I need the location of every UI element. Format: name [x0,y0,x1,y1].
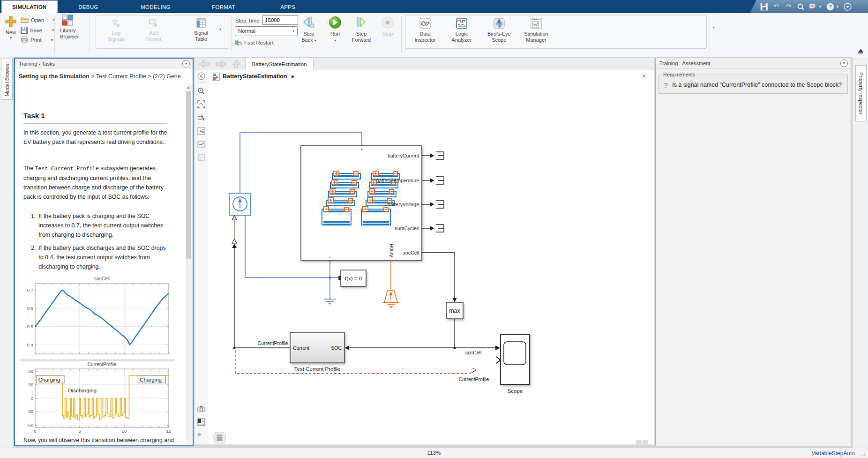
signal-table-icon [196,18,206,28]
data-inspector-button[interactable]: DataInspector [412,18,439,43]
save-caret[interactable]: ▾ [52,28,54,32]
tab-simulation[interactable]: SIMULATION [1,0,58,14]
outport-numcycles[interactable] [422,225,444,232]
svg-text:socCell: socCell [94,276,110,281]
step-forward-button[interactable]: StepForward [350,16,373,43]
soccell-wire[interactable] [349,253,495,348]
tasks-panel-header[interactable]: Training - Tasks ▼ [15,59,193,69]
status-bar: 113% VariableStepAuto [0,448,868,458]
currentprofile-signal-label[interactable]: CurrentProfile [258,340,288,346]
svg-text:Discharging: Discharging [68,388,97,393]
ambient-temperature-source[interactable] [382,260,399,308]
search-icon[interactable] [797,3,805,11]
outport-batterytemperature[interactable] [422,177,444,184]
undo-icon[interactable] [772,3,780,11]
scroll-up-icon[interactable]: ▲ [187,85,190,90]
requirements-legend: Requirements [662,72,696,77]
document-tab-bar: BatteryStateEstimation [195,58,654,71]
breadcrumb-dropdown-caret[interactable]: ▾ [643,74,645,78]
save-icon[interactable] [760,3,768,11]
dock-expand-icon[interactable] [858,49,864,54]
assessment-panel-header[interactable]: Training - Assessment ▼ [656,58,851,69]
open-button[interactable]: Open▾ [21,17,55,23]
data-inspector-icon [419,18,431,29]
log-signals-button[interactable]: LogSignals [104,18,128,42]
outport-batteryvoltage[interactable] [422,201,444,208]
breadcrumb-model-name[interactable]: BatteryStateEstimation [223,73,287,80]
signal-routing-icon[interactable] [197,114,205,122]
signal-table-button[interactable]: SignalTable [189,18,213,42]
sim-mode-select[interactable]: Normal▾ [235,26,298,36]
fast-restart-toggle[interactable]: Fast Restart [235,39,274,45]
save-button[interactable]: Save▾ [21,27,54,34]
birdseye-scope-button[interactable]: Bird's-EyeScope [485,18,514,43]
prepare-gallery-caret[interactable]: ▾ [219,27,221,31]
zoom-in-icon[interactable] [197,87,205,95]
back-arrow-icon[interactable] [198,60,210,68]
tab-modeling[interactable]: MODELING [130,1,181,13]
tab-apps[interactable]: APPS [270,1,306,13]
screenshot-icon[interactable] [809,3,817,11]
hide-explorer-icon[interactable] [197,72,205,80]
step-back-icon [302,16,316,29]
library-browser-button[interactable]: LibraryBrowser [60,15,75,40]
forward-arrow-icon[interactable] [215,60,227,68]
fit-to-view-icon[interactable] [197,100,205,108]
help-caret[interactable]: ▼ [836,5,839,9]
doc-tab-batterystateestimation[interactable]: BatteryStateEstimation [245,58,314,71]
outport-batterycurrent[interactable] [422,152,444,159]
new-button[interactable]: New ▾ [4,15,18,40]
up-arrow-icon[interactable] [232,60,240,68]
print-button[interactable]: Print▾ [21,37,53,43]
annotation-icon[interactable]: A [197,127,205,135]
screenshot-camera-icon[interactable] [197,405,205,413]
property-inspector-tab[interactable]: Property Inspector [855,65,867,121]
tasks-breadcrumb[interactable]: Setting up the Simulation > Test Current… [15,69,193,84]
resize-grip[interactable] [861,452,866,457]
soccell-signal-label[interactable]: socCell [465,350,481,355]
scope-input2-port[interactable] [496,357,501,363]
tab-debug[interactable]: DEBUG [68,1,108,13]
logic-analyzer-button[interactable]: LogicAnalyzer [448,18,475,43]
model-data-editor-button[interactable] [214,432,225,443]
subsystem-badge-icon[interactable] [197,418,205,426]
property-inspector-label: Property Inspector [858,72,864,114]
svg-text:0.6: 0.6 [27,306,33,311]
minimize-toolstrip-icon[interactable] [844,3,852,11]
add-viewer-button[interactable]: AddViewer [142,18,166,42]
scope-screen [504,342,526,365]
expand-palette-icon[interactable]: » [197,430,201,438]
model-browser-tab[interactable]: Model Browser [1,59,13,100]
run-button[interactable]: Run▾ [325,16,345,44]
current-control-wire[interactable] [232,216,237,348]
simulink-model-icon [212,73,220,81]
screenshot-caret[interactable]: ▼ [818,5,822,9]
tasks-scrollbar-thumb[interactable] [186,91,191,259]
ribbon-overflow-caret[interactable]: ▾ [713,25,715,30]
step-back-button[interactable]: StepBack ▾ [298,16,320,44]
proposed-connection-dashed[interactable] [235,350,476,374]
viewmark-icon[interactable] [197,153,205,161]
diagram-canvas[interactable]: batteryCurrent batteryTemperature batter… [208,83,654,444]
scrollbar-corner[interactable] [636,440,648,444]
print-caret[interactable]: ▾ [51,38,53,42]
tasks-collapse-icon[interactable]: ▼ [182,60,190,68]
solver-indicator[interactable]: VariableStepAuto [811,450,855,457]
redo-icon[interactable] [785,3,793,11]
tab-format[interactable]: FORMAT [202,1,246,13]
stop-time-input[interactable] [262,15,298,25]
sparkline-icon[interactable] [197,140,205,148]
run-caret[interactable]: ▾ [334,38,336,43]
new-caret[interactable]: ▾ [4,36,18,40]
svg-text:batteryVoltage: batteryVoltage [388,202,419,207]
toolstrip-ribbon: New ▾ Open▾ Save▾ Print▾ FILE LibraryBro… [0,13,868,57]
tasks-scrollbar[interactable]: ▲ [186,84,192,444]
simulation-manager-button[interactable]: SimulationManager [521,18,551,43]
task-closing-text: Now, you will observe this transition be… [23,435,176,444]
assessment-collapse-icon[interactable]: ▼ [840,60,848,67]
max-block-label: max [449,308,460,314]
help-icon[interactable]: ? [826,3,834,11]
step-back-caret[interactable]: ▾ [314,38,316,43]
stop-button[interactable]: Stop [378,16,397,37]
controlled-current-source-block[interactable] [229,193,251,215]
